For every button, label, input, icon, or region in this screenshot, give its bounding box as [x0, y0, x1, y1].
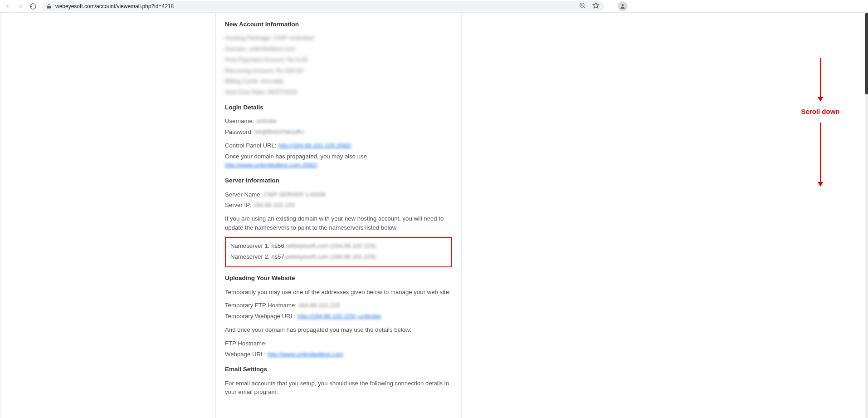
control-panel-link[interactable]: http://164.68.102.225:2082/ — [278, 142, 351, 149]
address-bar[interactable]: webeyesoft.com/account/viewemail.php?id=… — [42, 1, 604, 11]
svg-marker-4 — [593, 2, 599, 8]
line-password: Password: 84@Bh01Fbk1dfU — [225, 128, 452, 137]
line-control-panel-url: Control Panel URL: http://164.68.102.225… — [225, 141, 452, 150]
line-domain: Domain: unlimitedtest.com — [225, 44, 452, 54]
line-server-ip: Server IP: 164.68.102.225 — [225, 201, 452, 210]
toolbar-right — [609, 1, 628, 11]
line-temp-ftp: Temporary FTP Hostname: 164.68.102.225 — [225, 301, 452, 310]
line-ns2: Nameserver 2: ns57.webeyesoft.com (164.6… — [230, 252, 447, 261]
line-username: Username: unlimite — [225, 117, 452, 126]
profile-avatar[interactable] — [618, 1, 628, 11]
browser-toolbar: webeyesoft.com/account/viewemail.php?id=… — [0, 0, 868, 13]
scroll-annotation: Scroll down — [791, 58, 850, 186]
email-settings-intro: For email accounts that you setup, you s… — [225, 379, 452, 397]
lock-icon — [46, 4, 52, 9]
webpage-link[interactable]: http://www.unlimitedtest.com — [268, 351, 343, 358]
scrollbar-track[interactable] — [865, 13, 868, 418]
bookmark-star-icon[interactable] — [592, 2, 600, 10]
arrow-down-icon — [820, 58, 821, 101]
svg-line-3 — [584, 7, 585, 8]
scroll-down-label: Scroll down — [799, 107, 841, 116]
line-ftp-hostname: FTP Hostname: — [225, 339, 452, 348]
line-recurring: Recurring Amount: Rs 529.00 — [225, 66, 452, 75]
page-viewport: New Account Information Hosting Package:… — [0, 13, 868, 418]
line-next-due: Next Due Date: 06/07/2020 — [225, 88, 452, 97]
zoom-icon[interactable] — [579, 2, 586, 10]
heading-server: Server Information — [225, 176, 452, 185]
reload-button[interactable] — [29, 2, 37, 10]
forward-button[interactable] — [16, 2, 24, 10]
line-temp-url: Temporary Webpage URL: http://164.68.102… — [225, 312, 452, 321]
back-button[interactable] — [4, 2, 12, 10]
page-bg-left — [1, 13, 215, 418]
upload-temp-intro: Temporarily you may use one of the addre… — [225, 288, 452, 297]
heading-email-settings: Email Settings — [225, 365, 452, 374]
ns-intro: If you are using an existing domain with… — [225, 214, 452, 232]
line-server-name: Server Name: CWP SERVER 1-NS56 — [225, 190, 452, 199]
propagated-link[interactable]: http://www.unlimitedtest.com:2082/ — [225, 162, 317, 168]
email-content-panel: New Account Information Hosting Package:… — [215, 13, 462, 418]
line-hosting-package: Hosting Package: CWP Unlimited — [225, 34, 452, 43]
temp-webpage-link[interactable]: http://164.68.102.225/~unlimite/ — [297, 313, 381, 320]
upload-after-prop: And once your domain has propagated you … — [225, 325, 452, 334]
heading-login: Login Details — [225, 103, 452, 112]
heading-account-info: New Account Information — [225, 20, 452, 29]
line-propagated: Once your domain has propagated, you may… — [225, 152, 452, 170]
line-first-payment: First Payment Amount: Rs 0.00 — [225, 55, 452, 64]
line-webpage-url: Webpage URL: http://www.unlimitedtest.co… — [225, 350, 452, 359]
scrollbar-thumb[interactable] — [865, 13, 868, 94]
nameserver-highlight: Nameserver 1: ns56.ns56.webeyesoft.comwe… — [225, 237, 452, 268]
line-ns1: Nameserver 1: ns56.ns56.webeyesoft.comwe… — [230, 241, 447, 251]
url-text: webeyesoft.com/account/viewemail.php?id=… — [55, 3, 174, 10]
line-billing-cycle: Billing Cycle: Annually — [225, 77, 452, 86]
heading-upload: Uploading Your Website — [225, 274, 452, 283]
svg-point-5 — [622, 4, 624, 6]
arrow-down-icon — [820, 123, 821, 186]
